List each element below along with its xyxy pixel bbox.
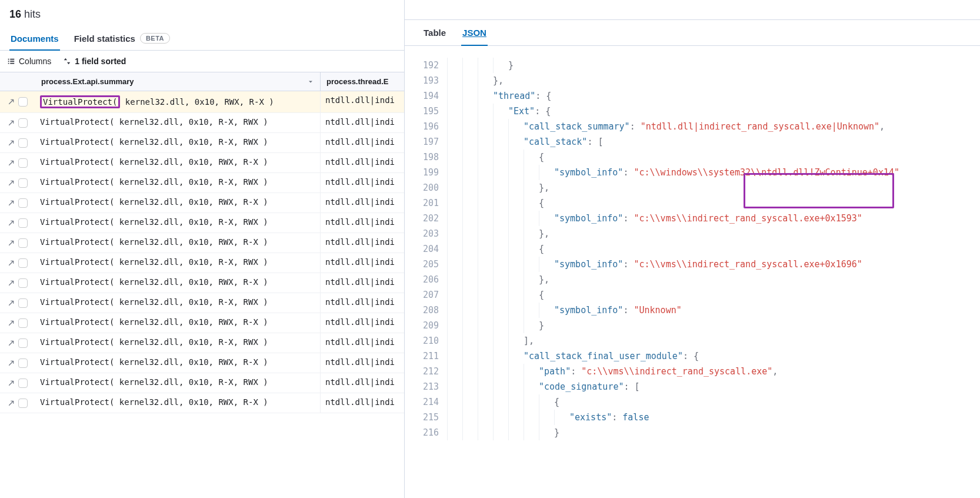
- table-row[interactable]: VirtualProtect( kernel32.dll, 0x10, R-X,…: [0, 213, 404, 233]
- expand-icon[interactable]: [8, 180, 15, 187]
- expand-icon[interactable]: [8, 380, 15, 387]
- detail-tabs: Table JSON: [405, 20, 980, 46]
- row-checkbox[interactable]: [18, 178, 28, 188]
- dtab-json[interactable]: JSON: [461, 21, 488, 46]
- expand-icon[interactable]: [8, 98, 15, 105]
- table-row[interactable]: VirtualProtect( kernel32.dll, 0x10, RWX,…: [0, 91, 404, 113]
- table-row[interactable]: VirtualProtect( kernel32.dll, 0x10, RWX,…: [0, 273, 404, 293]
- token-key: "symbol_info": [554, 213, 623, 224]
- table-toolbar: Columns 1 field sorted: [0, 51, 404, 72]
- row-checkbox[interactable]: [18, 238, 28, 248]
- cell-thread: ntdll.dll|indi: [321, 253, 404, 273]
- line-number: 213: [405, 379, 447, 394]
- sort-button[interactable]: 1 field sorted: [63, 57, 126, 66]
- expand-icon[interactable]: [8, 220, 15, 227]
- row-gutter: [0, 173, 35, 192]
- row-checkbox[interactable]: [18, 198, 28, 208]
- line-number: 214: [405, 394, 447, 410]
- result-tabs: Documents Field statistics BETA: [0, 26, 404, 51]
- row-checkbox[interactable]: [18, 318, 28, 328]
- row-checkbox[interactable]: [18, 218, 28, 228]
- expand-icon[interactable]: [8, 140, 15, 147]
- row-checkbox[interactable]: [18, 379, 28, 388]
- detail-panel: Table JSON 192}193},194"thread": {195"Ex…: [405, 0, 980, 498]
- row-checkbox[interactable]: [18, 358, 28, 368]
- tab-documents[interactable]: Documents: [9, 28, 60, 51]
- row-checkbox[interactable]: [18, 338, 28, 348]
- tab-field-statistics[interactable]: Field statistics BETA: [73, 27, 171, 51]
- row-checkbox[interactable]: [18, 158, 28, 168]
- token-str: "ntdll.dll|indirect_rand_syscall.exe|Unk…: [641, 121, 879, 132]
- table-row[interactable]: VirtualProtect( kernel32.dll, 0x10, RWX,…: [0, 193, 404, 213]
- line-number: 197: [405, 134, 447, 150]
- token-key: "code_signature": [539, 381, 624, 392]
- table-row[interactable]: VirtualProtect( kernel32.dll, 0x10, RWX,…: [0, 393, 404, 413]
- expand-icon[interactable]: [8, 200, 15, 207]
- code-content: {: [554, 394, 980, 410]
- table-row[interactable]: VirtualProtect( kernel32.dll, 0x10, R-X,…: [0, 173, 404, 193]
- token-punc: },: [539, 274, 549, 285]
- table-row[interactable]: VirtualProtect( kernel32.dll, 0x10, RWX,…: [0, 233, 404, 253]
- row-checkbox[interactable]: [18, 118, 28, 128]
- expand-icon[interactable]: [8, 240, 15, 247]
- row-checkbox[interactable]: [18, 138, 28, 148]
- th-summary[interactable]: process.Ext.api.summary: [35, 72, 321, 91]
- code-content: "symbol_info": "Unknown": [554, 303, 980, 318]
- table-row[interactable]: VirtualProtect( kernel32.dll, 0x10, R-X,…: [0, 373, 404, 393]
- token-str: "c:\\vms\\indirect_rand_syscall.exe+0x15…: [634, 213, 862, 224]
- token-str: "Unknown": [634, 305, 681, 316]
- expand-icon[interactable]: [8, 119, 15, 127]
- table-row[interactable]: VirtualProtect( kernel32.dll, 0x10, R-X,…: [0, 253, 404, 273]
- line-number: 196: [405, 119, 447, 134]
- table-row[interactable]: VirtualProtect( kernel32.dll, 0x10, R-X,…: [0, 293, 404, 313]
- indent-guides: [447, 364, 539, 379]
- indent-guides: [447, 134, 524, 150]
- expand-icon[interactable]: [8, 300, 15, 307]
- expand-icon[interactable]: [8, 160, 15, 167]
- token-punc: : [: [587, 137, 603, 147]
- token-punc: {: [539, 244, 544, 254]
- cell-thread: ntdll.dll|indi: [321, 273, 404, 293]
- expand-icon[interactable]: [8, 260, 15, 267]
- code-line: 200},: [405, 180, 980, 195]
- th-thread[interactable]: process.thread.E: [321, 72, 404, 91]
- code-content: },: [493, 73, 980, 88]
- expand-icon[interactable]: [8, 280, 15, 287]
- code-line: 204{: [405, 241, 980, 257]
- table-row[interactable]: VirtualProtect( kernel32.dll, 0x10, RWX,…: [0, 313, 404, 333]
- detail-header-spacer: [405, 0, 980, 20]
- table-row[interactable]: VirtualProtect( kernel32.dll, 0x10, R-X,…: [0, 333, 404, 353]
- dtab-table[interactable]: Table: [422, 21, 447, 46]
- row-checkbox[interactable]: [18, 298, 28, 308]
- line-number: 193: [405, 73, 447, 88]
- row-gutter: [0, 133, 35, 152]
- expand-icon[interactable]: [8, 360, 15, 367]
- indent-guides: [447, 318, 539, 333]
- expand-icon[interactable]: [8, 320, 15, 327]
- row-checkbox[interactable]: [18, 258, 28, 268]
- row-checkbox[interactable]: [18, 399, 28, 408]
- expand-icon[interactable]: [8, 400, 15, 407]
- token-key: "symbol_info": [554, 259, 623, 270]
- cell-summary: VirtualProtect( kernel32.dll, 0x10, RWX,…: [35, 153, 321, 172]
- table-row[interactable]: VirtualProtect( kernel32.dll, 0x10, R-X,…: [0, 113, 404, 133]
- code-line: 213"code_signature": [: [405, 379, 980, 394]
- indent-guides: [447, 348, 524, 364]
- th-summary-label: process.Ext.api.summary: [41, 77, 134, 86]
- code-line: 195"Ext": {: [405, 104, 980, 119]
- expand-icon[interactable]: [8, 340, 15, 347]
- table-row[interactable]: VirtualProtect( kernel32.dll, 0x10, RWX,…: [0, 353, 404, 373]
- th-thread-label: process.thread.E: [326, 77, 389, 86]
- json-viewer[interactable]: 192}193},194"thread": {195"Ext": {196"ca…: [405, 46, 980, 498]
- indent-guides: [447, 150, 539, 165]
- code-content: "symbol_info": "c:\\vms\\indirect_rand_s…: [554, 211, 980, 226]
- code-line: 192}: [405, 58, 980, 73]
- row-checkbox[interactable]: [18, 97, 28, 107]
- row-checkbox[interactable]: [18, 278, 28, 288]
- line-number: 209: [405, 318, 447, 333]
- code-line: 207{: [405, 287, 980, 303]
- columns-button[interactable]: Columns: [7, 57, 51, 66]
- table-row[interactable]: VirtualProtect( kernel32.dll, 0x10, R-X,…: [0, 133, 404, 153]
- cell-summary: VirtualProtect( kernel32.dll, 0x10, RWX,…: [35, 193, 321, 213]
- table-row[interactable]: VirtualProtect( kernel32.dll, 0x10, RWX,…: [0, 153, 404, 173]
